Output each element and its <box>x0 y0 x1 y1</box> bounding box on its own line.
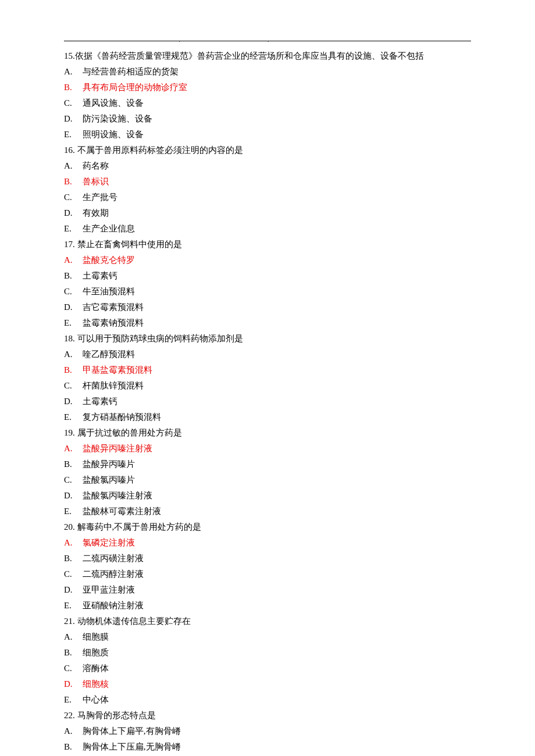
option-text: 细胞膜 <box>80 632 109 641</box>
option-text: 胸骨体上下压扁,无胸骨嵴 <box>80 742 181 751</box>
option-text: 盐酸林可霉素注射液 <box>80 507 161 516</box>
option-label: B. <box>64 457 80 472</box>
option-label: C. <box>64 566 80 582</box>
option-text: 具有布局合理的动物诊疗室 <box>80 83 187 92</box>
option: D. 防污染设施、设备 <box>64 111 471 127</box>
option-text: 氯磷定注射液 <box>80 538 135 547</box>
option-text: 中心体 <box>80 695 109 704</box>
option: D. 有效期 <box>64 205 471 221</box>
question-block: 22. 马胸骨的形态特点是A. 胸骨体上下扁平,有胸骨嵴B. 胸骨体上下压扁,无… <box>64 708 471 756</box>
question-block: 18. 可以用于预防鸡球虫病的饲料药物添加剂是A. 喹乙醇预混料B. 甲基盐霉素… <box>64 331 471 425</box>
option: B. 具有布局合理的动物诊疗室 <box>64 80 471 95</box>
question-block: 16. 不属于兽用原料药标签必须注明的内容的是A. 药名称B. 兽标识C. 生产… <box>64 142 471 237</box>
option-label: B. <box>64 551 80 566</box>
document-content: 15.依据《兽药经营质量管理规范》兽药营企业的经营场所和仓库应当具有的设施、设备… <box>64 48 471 756</box>
option: E. 亚硝酸钠注射液 <box>64 598 471 614</box>
option-label: D. <box>64 299 80 315</box>
option-label: B. <box>64 362 80 378</box>
option-label: E. <box>64 692 80 708</box>
option-label: C. <box>64 95 80 111</box>
question-text: 21. 动物机体遗传信息主要贮存在 <box>64 614 471 629</box>
dot-left: . <box>179 37 268 43</box>
option-label: B. <box>64 739 80 755</box>
option: B. 细胞质 <box>64 645 471 661</box>
option-label: D. <box>64 205 80 221</box>
question-text: 19. 属于抗过敏的兽用处方药是 <box>64 425 471 441</box>
option: C. 通风设施、设备 <box>64 95 471 111</box>
option-label: A. <box>64 158 80 174</box>
option: A. 盐酸克仑特罗 <box>64 252 471 268</box>
option-label: B. <box>64 645 80 661</box>
option: E. 盐酸林可霉素注射液 <box>64 504 471 519</box>
question-text: 22. 马胸骨的形态特点是 <box>64 708 471 723</box>
option: A. 药名称 <box>64 158 471 174</box>
option: C. 生产批号 <box>64 190 471 205</box>
option-label: A. <box>64 535 80 551</box>
option-label: C. <box>64 378 80 394</box>
option: A. 氯磷定注射液 <box>64 535 471 551</box>
option-label: A. <box>64 347 80 362</box>
option-label: C. <box>64 284 80 299</box>
option-text: 甲基盐霉素预混料 <box>80 365 152 375</box>
option-label: B. <box>64 174 80 190</box>
option-text: 照明设施、设备 <box>80 130 144 139</box>
option-label: D. <box>64 394 80 409</box>
option-text: 二巯丙磺注射液 <box>80 554 144 563</box>
option-text: 牛至油预混料 <box>80 287 135 296</box>
option: E. 生产企业信息 <box>64 221 471 237</box>
option-label: B. <box>64 80 80 95</box>
question-text: 20. 解毒药中,不属于兽用处方药的是 <box>64 519 471 535</box>
option-label: C. <box>64 472 80 488</box>
option-label: D. <box>64 111 80 127</box>
option: B. 盐酸异丙嗪片 <box>64 457 471 472</box>
question-text: 16. 不属于兽用原料药标签必须注明的内容的是 <box>64 142 471 158</box>
option-text: 溶酶体 <box>80 664 109 673</box>
option-label: D. <box>64 582 80 598</box>
option: E. 盐霉素钠预混料 <box>64 315 471 331</box>
option-label: A. <box>64 252 80 268</box>
option-text: 吉它霉素预混料 <box>80 302 144 312</box>
option-text: 喹乙醇预混料 <box>80 350 135 359</box>
option-label: A. <box>64 441 80 457</box>
option: E. 中心体 <box>64 692 471 708</box>
option-text: 土霉素钙 <box>80 397 117 406</box>
option: B. 甲基盐霉素预混料 <box>64 362 471 378</box>
option-text: 与经营兽药相适应的货架 <box>80 67 179 76</box>
question-block: 21. 动物机体遗传信息主要贮存在A. 细胞膜B. 细胞质C. 溶酶体D. 细胞… <box>64 614 471 708</box>
option: C. 溶酶体 <box>64 661 471 676</box>
option: C. 二巯丙醇注射液 <box>64 566 471 582</box>
question-block: 20. 解毒药中,不属于兽用处方药的是A. 氯磷定注射液B. 二巯丙磺注射液C.… <box>64 519 471 614</box>
option: E. 复方硝基酚钠预混料 <box>64 409 471 425</box>
option-text: 盐酸克仑特罗 <box>80 255 135 265</box>
option: B. 二巯丙磺注射液 <box>64 551 471 566</box>
option-label: C. <box>64 661 80 676</box>
option-label: E. <box>64 598 80 614</box>
option-text: 生产批号 <box>80 192 117 202</box>
option-text: 有效期 <box>80 208 109 217</box>
option-label: A. <box>64 723 80 739</box>
option-text: 盐霉素钠预混料 <box>80 318 144 327</box>
option: A. 与经营兽药相适应的货架 <box>64 64 471 80</box>
option-text: 复方硝基酚钠预混料 <box>80 412 161 422</box>
option-label: E. <box>64 127 80 142</box>
option-text: 二巯丙醇注射液 <box>80 569 144 579</box>
option: A. 胸骨体上下扁平,有胸骨嵴 <box>64 723 471 739</box>
option-text: 土霉素钙 <box>80 271 117 280</box>
question-block: 17. 禁止在畜禽饲料中使用的是A. 盐酸克仑特罗B. 土霉素钙C. 牛至油预混… <box>64 237 471 331</box>
option-text: 生产企业信息 <box>80 224 135 233</box>
option-text: 盐酸氯丙嗪片 <box>80 475 135 484</box>
option-label: E. <box>64 409 80 425</box>
option-text: 盐酸异丙嗪片 <box>80 459 135 469</box>
header-dots: .. <box>64 35 471 40</box>
question-block: 15.依据《兽药经营质量管理规范》兽药营企业的经营场所和仓库应当具有的设施、设备… <box>64 48 471 142</box>
option-text: 药名称 <box>80 161 109 170</box>
option-label: D. <box>64 676 80 692</box>
option: A. 细胞膜 <box>64 629 471 645</box>
option: E. 照明设施、设备 <box>64 127 471 142</box>
option: C. 杆菌肽锌预混料 <box>64 378 471 394</box>
option-text: 兽标识 <box>80 177 109 186</box>
option-text: 防污染设施、设备 <box>80 114 152 123</box>
option: B. 土霉素钙 <box>64 268 471 284</box>
option-label: A. <box>64 64 80 80</box>
option: D. 亚甲蓝注射液 <box>64 582 471 598</box>
